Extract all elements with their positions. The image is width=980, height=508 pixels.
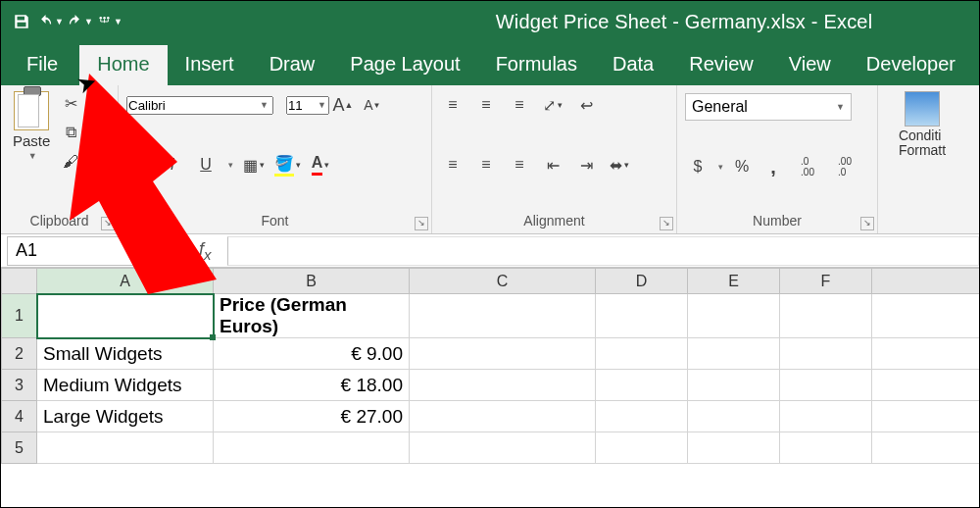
indent-decrease-icon[interactable]: ⇤	[540, 153, 565, 177]
clipboard-launcher[interactable]: ↘	[101, 217, 115, 230]
increase-decimal-icon[interactable]: .0.00	[792, 155, 823, 178]
cell-E3[interactable]	[688, 370, 780, 401]
align-middle-icon[interactable]: ≡	[473, 93, 499, 117]
cell-C1[interactable]	[410, 294, 596, 338]
cell-F4[interactable]	[780, 401, 872, 432]
tab-review[interactable]: Review	[671, 45, 771, 85]
cell-B5[interactable]	[214, 432, 410, 464]
increase-font-icon[interactable]: A▲	[330, 93, 356, 117]
tab-page-layout[interactable]: Page Layout	[332, 45, 477, 85]
row-header-1[interactable]: 1	[2, 294, 37, 338]
cell-B2[interactable]: € 9.00	[214, 338, 410, 370]
comma-format-icon[interactable]: ,	[760, 155, 786, 178]
cell-E4[interactable]	[688, 401, 780, 432]
decrease-decimal-icon[interactable]: .00.0	[829, 155, 860, 178]
tab-view[interactable]: View	[771, 45, 849, 85]
col-header-E[interactable]: E	[688, 269, 780, 294]
cell-E1[interactable]	[688, 294, 780, 338]
cell-A4[interactable]: Large Widgets	[37, 401, 214, 432]
cell-F5[interactable]	[780, 432, 872, 464]
cell-B4[interactable]: € 27.00	[214, 401, 410, 432]
col-header-C[interactable]: C	[410, 269, 596, 294]
cell-A1[interactable]	[37, 294, 214, 338]
cell-F3[interactable]	[780, 370, 872, 401]
cell-E2[interactable]	[688, 338, 780, 370]
tab-home[interactable]: Home	[79, 45, 167, 85]
align-top-icon[interactable]: ≡	[440, 93, 466, 117]
merge-center-icon[interactable]: ⬌▾	[607, 153, 632, 177]
cell-extra-5[interactable]	[872, 432, 981, 464]
copy-icon[interactable]: ⧉	[58, 121, 83, 144]
format-painter-icon[interactable]: 🖌	[58, 150, 83, 174]
col-header-B[interactable]: B	[214, 269, 410, 294]
cell-D4[interactable]	[596, 401, 688, 432]
tab-data[interactable]: Data	[595, 45, 671, 85]
tab-draw[interactable]: Draw	[252, 45, 333, 85]
cut-icon[interactable]: ✂	[58, 91, 83, 115]
save-icon[interactable]	[9, 9, 34, 34]
cell-F1[interactable]	[780, 294, 872, 338]
tab-formulas[interactable]: Formulas	[478, 45, 595, 85]
col-header-extra[interactable]	[872, 269, 981, 294]
redo-icon[interactable]: ▼	[68, 9, 93, 34]
cell-E5[interactable]	[688, 432, 780, 464]
conditional-formatting-button[interactable]: ConditiFormatt	[886, 89, 958, 161]
col-header-A[interactable]: A	[37, 269, 214, 294]
formula-input[interactable]	[227, 236, 979, 266]
font-name-combo[interactable]	[126, 96, 273, 115]
name-box[interactable]: A1▼	[7, 236, 146, 266]
cell-B1[interactable]: Price (German Euros)	[214, 294, 410, 338]
paste-button[interactable]: Paste ▼	[9, 89, 54, 163]
font-color-icon[interactable]: A▾	[308, 153, 333, 177]
indent-increase-icon[interactable]: ⇥	[573, 153, 599, 177]
accounting-format-icon[interactable]: $	[685, 155, 710, 178]
tab-developer[interactable]: Developer	[849, 45, 973, 85]
cell-B3[interactable]: € 18.00	[214, 370, 410, 401]
number-launcher[interactable]: ↘	[860, 217, 874, 230]
cell-F2[interactable]	[780, 338, 872, 370]
number-format-combo[interactable]: General▼	[685, 93, 852, 121]
row-header-5[interactable]: 5	[2, 432, 37, 464]
cell-D2[interactable]	[596, 338, 688, 370]
cell-extra-1[interactable]	[872, 294, 981, 338]
cell-C2[interactable]	[410, 338, 596, 370]
underline-button[interactable]: U	[193, 153, 219, 177]
borders-icon[interactable]: ▦▾	[241, 153, 267, 177]
cell-extra-4[interactable]	[872, 401, 981, 432]
wrap-text-icon[interactable]: ↩	[573, 93, 599, 117]
cell-C5[interactable]	[410, 432, 596, 464]
font-launcher[interactable]: ↘	[415, 217, 428, 230]
percent-format-icon[interactable]: %	[729, 155, 755, 178]
cell-A5[interactable]	[37, 432, 214, 464]
tab-insert[interactable]: Insert	[168, 45, 252, 85]
cell-D5[interactable]	[596, 432, 688, 464]
cell-C4[interactable]	[410, 401, 596, 432]
col-header-F[interactable]: F	[780, 269, 872, 294]
worksheet-grid[interactable]: ABCDEF1Price (German Euros)2Small Widget…	[1, 268, 979, 464]
col-header-D[interactable]: D	[596, 269, 688, 294]
fill-color-icon[interactable]: 🪣▾	[274, 153, 300, 177]
fx-icon[interactable]: fx	[193, 239, 218, 263]
cell-D3[interactable]	[596, 370, 688, 401]
align-center-icon[interactable]: ≡	[473, 153, 499, 177]
cell-A3[interactable]: Medium Widgets	[37, 370, 214, 401]
select-all-corner[interactable]	[2, 269, 37, 294]
orientation-icon[interactable]: ⤢▾	[540, 93, 565, 117]
cell-D1[interactable]	[596, 294, 688, 338]
align-left-icon[interactable]: ≡	[440, 153, 466, 177]
enter-formula-icon[interactable]: ✔	[174, 241, 187, 260]
cell-extra-3[interactable]	[872, 370, 981, 401]
italic-button[interactable]: I	[160, 153, 185, 177]
cell-A2[interactable]: Small Widgets	[37, 338, 214, 370]
align-right-icon[interactable]: ≡	[507, 153, 532, 177]
cell-extra-2[interactable]	[872, 338, 981, 370]
align-bottom-icon[interactable]: ≡	[507, 93, 532, 117]
tab-file[interactable]: File	[9, 45, 79, 85]
row-header-4[interactable]: 4	[2, 401, 37, 432]
row-header-3[interactable]: 3	[2, 370, 37, 401]
cancel-formula-icon[interactable]: ✕	[156, 241, 169, 260]
decrease-font-icon[interactable]: A▼	[360, 93, 385, 117]
row-header-2[interactable]: 2	[2, 338, 37, 370]
bold-button[interactable]: B	[126, 153, 152, 177]
undo-icon[interactable]: ▼	[38, 9, 64, 34]
